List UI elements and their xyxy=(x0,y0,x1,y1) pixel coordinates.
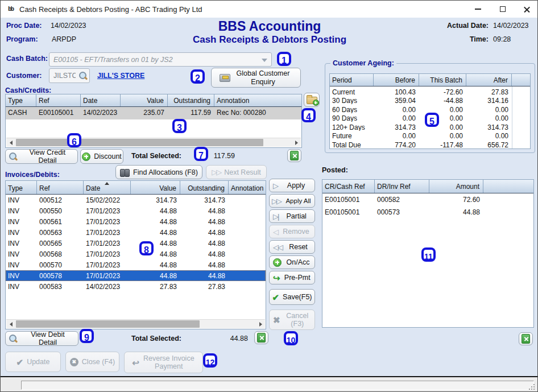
table-row[interactable]: E00105001 000573 44.88 xyxy=(322,206,533,218)
cell: 27.83 xyxy=(131,281,180,292)
partial-button[interactable]: ▷| Partial xyxy=(269,209,315,223)
maximize-button[interactable] xyxy=(493,1,512,18)
cell: 000583 xyxy=(37,281,84,292)
status-bar xyxy=(1,377,537,392)
cash-batch-combo[interactable]: E00105 - EFT/Transfers on 01 by JS2 xyxy=(49,52,272,67)
proc-date-label: Proc Date: xyxy=(6,22,42,30)
total-selected-label: Total Selected: xyxy=(131,152,181,160)
table-row[interactable]: INV 000570 17/01/2023 44.88 44.88 xyxy=(6,259,266,270)
remove-button[interactable]: ◁ Remove xyxy=(269,225,315,238)
reverse-invoice-payment-button[interactable]: ↩ Reverse Invoice Payment xyxy=(124,352,203,373)
table-row[interactable]: CASH E00105001 14/02/2023 235.07 117.59 … xyxy=(6,107,301,119)
cell: -117.48 xyxy=(419,140,466,149)
cell: 17/01/2023 xyxy=(84,205,131,216)
column-header[interactable]: Amount xyxy=(429,180,483,193)
table-row[interactable]: E00105001 000582 72.60 xyxy=(322,193,533,206)
column-header[interactable]: Outstanding xyxy=(168,94,214,106)
on-account-button[interactable]: On/Acc xyxy=(269,255,315,269)
cell: 44.88 xyxy=(131,238,180,249)
resize-grip[interactable] xyxy=(529,384,536,391)
cancel-label: Cancel (F3) xyxy=(284,312,311,328)
undo-icon: ↩ xyxy=(132,358,139,367)
status-panel xyxy=(21,381,534,390)
horizontal-scrollbar[interactable] xyxy=(6,319,265,328)
export-excel-button[interactable] xyxy=(254,331,268,344)
customer-code-field[interactable]: JILSTO xyxy=(49,68,90,83)
scrollbar-thumb[interactable] xyxy=(16,320,200,328)
horizontal-scrollbar[interactable] xyxy=(6,138,301,147)
invoices-table: Type Ref Date Value Outstanding Annotati… xyxy=(5,180,266,329)
table-row[interactable]: INV 000512 15/02/2022 314.73 314.73 xyxy=(6,195,266,205)
table-row-selected[interactable]: INV 000578 17/01/2023 44.88 44.88 xyxy=(6,270,266,281)
column-header[interactable]: DR/Inv Ref xyxy=(375,180,429,193)
scroll-left-icon[interactable] xyxy=(6,138,15,147)
customer-name-link[interactable]: JILL'S STORE xyxy=(97,72,144,80)
column-header[interactable]: Type xyxy=(6,181,37,194)
view-credit-detail-button[interactable]: View Credit Detail xyxy=(5,149,78,164)
column-header[interactable]: Ref xyxy=(37,181,84,194)
cash-credits-label: Cash/Credits: xyxy=(5,86,51,94)
discount-button[interactable]: Discount xyxy=(80,149,123,164)
cancel-button[interactable]: ✖ Cancel (F3) xyxy=(269,310,315,330)
check-icon: ✔ xyxy=(16,358,24,366)
scroll-left-icon[interactable] xyxy=(6,320,15,328)
cell xyxy=(483,206,533,218)
column-header[interactable]: Type xyxy=(6,94,36,106)
column-header[interactable]: Ref xyxy=(36,94,81,106)
close-button[interactable]: ✖ Close (F4) xyxy=(65,352,119,372)
table-row[interactable]: INV 000565 17/01/2023 44.88 44.88 xyxy=(6,238,266,249)
update-button[interactable]: ✔ Update xyxy=(5,352,61,372)
scroll-right-icon[interactable] xyxy=(292,138,301,147)
find-allocations-button[interactable]: Find Allocations (F8) xyxy=(115,165,202,179)
ageing-row: Current 100.43 -72.60 27.83 xyxy=(330,86,530,96)
close-window-button[interactable] xyxy=(517,1,536,18)
add-cash-batch-button[interactable] xyxy=(304,93,320,107)
table-row[interactable]: INV 000568 17/01/2023 44.88 44.88 xyxy=(6,249,266,259)
column-header[interactable] xyxy=(483,180,533,193)
cell xyxy=(483,193,533,206)
pre-payment-button[interactable]: ↪ Pre-Pmt xyxy=(269,271,315,284)
callout-5: 5 xyxy=(425,113,439,127)
cell: 17/01/2023 xyxy=(84,270,131,281)
ageing-row: 30 Days 359.04 -44.88 314.16 xyxy=(330,96,530,105)
column-header[interactable]: Outstanding xyxy=(180,181,229,194)
cell: 314.73 xyxy=(466,122,512,131)
customer-ageing-title: Customer Ageing: xyxy=(330,59,396,67)
table-row[interactable]: INV 000550 17/01/2023 44.88 44.88 xyxy=(6,205,266,216)
save-button[interactable]: ✔ Save(F5) xyxy=(269,289,315,305)
apply-button[interactable]: ▷ Apply xyxy=(269,179,315,192)
cell: Future xyxy=(330,131,374,140)
column-header[interactable]: Value xyxy=(131,181,180,194)
column-header[interactable]: Date xyxy=(81,94,121,106)
cell xyxy=(229,281,266,292)
actual-date-value: 14/02/2023 xyxy=(493,22,529,30)
minimize-button[interactable] xyxy=(468,1,487,18)
table-row[interactable]: INV 000583 14/02/2023 27.83 27.83 xyxy=(6,281,266,292)
column-header xyxy=(512,74,530,86)
table-row[interactable]: INV 000561 17/01/2023 44.88 44.88 xyxy=(6,216,266,227)
reset-button[interactable]: ◁◁ Reset xyxy=(269,240,315,254)
scrollbar-thumb[interactable] xyxy=(16,139,263,146)
column-header[interactable]: CR/Cash Ref xyxy=(322,180,375,193)
column-header[interactable]: Date xyxy=(84,181,131,194)
next-result-button[interactable]: ▷▷ Next Result xyxy=(206,165,267,179)
cell: INV xyxy=(6,195,37,205)
column-header[interactable]: Value xyxy=(121,94,168,106)
cell: 314.73 xyxy=(131,195,180,205)
table-row[interactable]: INV 000563 17/01/2023 44.88 44.88 xyxy=(6,227,266,238)
column-header[interactable]: Annotation xyxy=(214,94,301,106)
reverse-invoice-payment-label: Reverse Invoice Payment xyxy=(143,354,195,371)
export-excel-button[interactable] xyxy=(519,332,533,345)
scroll-right-icon[interactable] xyxy=(256,320,265,328)
cell: 14/02/2023 xyxy=(84,281,131,292)
column-header[interactable]: Annotation xyxy=(229,181,266,194)
total-selected-value: 117.59 xyxy=(206,152,235,160)
plus-icon xyxy=(82,152,90,161)
cell xyxy=(512,104,530,113)
global-customer-enquiry-button[interactable]: Global Customer Enquiry xyxy=(211,68,301,88)
apply-all-button[interactable]: ▷▷ Apply All xyxy=(269,194,315,208)
view-debit-detail-button[interactable]: View Debit Detail xyxy=(5,331,78,346)
export-excel-button[interactable] xyxy=(287,149,301,162)
cell xyxy=(229,227,266,238)
partial-icon: ▷| xyxy=(273,213,278,220)
